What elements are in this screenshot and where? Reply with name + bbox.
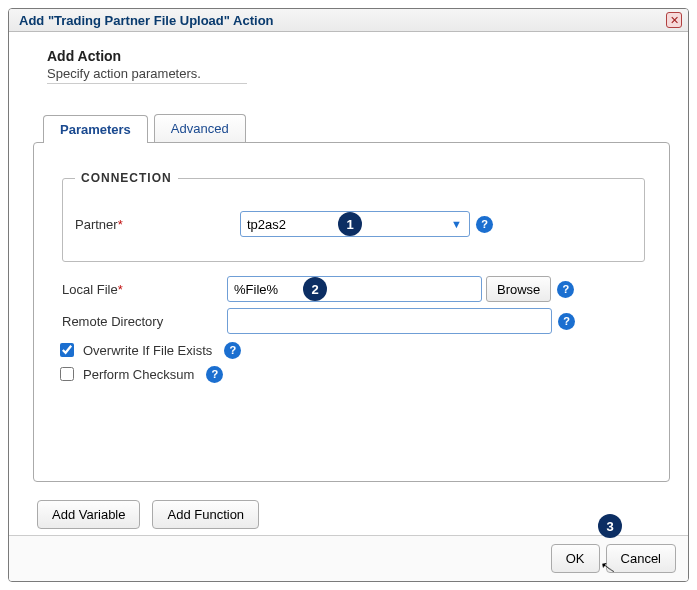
overwrite-checkbox[interactable]	[60, 343, 74, 357]
checksum-row: Perform Checksum ?	[56, 364, 655, 384]
partner-select[interactable]: tp2as2	[240, 211, 470, 237]
partner-select-wrap: tp2as2 ▼ 1	[240, 211, 470, 237]
tab-advanced[interactable]: Advanced	[154, 114, 246, 142]
tab-panel-parameters: CONNECTION Partner* tp2as2 ▼ 1 ?	[33, 142, 670, 482]
add-action-subtitle: Specify action parameters.	[47, 66, 670, 81]
dialog-footer: 3 OK Cancel ⭦	[9, 535, 688, 581]
browse-button[interactable]: Browse	[486, 276, 551, 302]
local-file-row: Local File* 2 Browse ?	[62, 276, 655, 302]
overwrite-row: Overwrite If File Exists ?	[56, 340, 655, 360]
help-icon[interactable]: ?	[476, 216, 493, 233]
remote-dir-row: Remote Directory ?	[62, 308, 655, 334]
remote-dir-label: Remote Directory	[62, 314, 227, 329]
add-action-title: Add Action	[47, 48, 670, 64]
partner-row: Partner* tp2as2 ▼ 1 ?	[75, 211, 632, 237]
help-icon[interactable]: ?	[206, 366, 223, 383]
partner-label: Partner*	[75, 217, 240, 232]
add-variable-button[interactable]: Add Variable	[37, 500, 140, 529]
tab-row: Parameters Advanced	[43, 114, 670, 142]
help-icon[interactable]: ?	[557, 281, 574, 298]
local-file-label: Local File*	[62, 282, 227, 297]
close-icon[interactable]: ✕	[666, 12, 682, 28]
local-file-wrap: 2	[227, 276, 482, 302]
add-function-button[interactable]: Add Function	[152, 500, 259, 529]
overwrite-label: Overwrite If File Exists	[83, 343, 212, 358]
dialog-body: Add Action Specify action parameters. Pa…	[9, 32, 688, 535]
checksum-label: Perform Checksum	[83, 367, 194, 382]
connection-fieldset: CONNECTION Partner* tp2as2 ▼ 1 ?	[62, 171, 645, 262]
ok-button[interactable]: OK	[551, 544, 600, 573]
dialog-title: Add "Trading Partner File Upload" Action	[19, 13, 274, 28]
remote-dir-input[interactable]	[227, 308, 552, 334]
help-icon[interactable]: ?	[224, 342, 241, 359]
tab-parameters[interactable]: Parameters	[43, 115, 148, 143]
dialog: Add "Trading Partner File Upload" Action…	[8, 8, 689, 582]
checkbox-group: Overwrite If File Exists ? Perform Check…	[56, 340, 655, 384]
dialog-header: Add "Trading Partner File Upload" Action…	[9, 9, 688, 32]
checksum-checkbox[interactable]	[60, 367, 74, 381]
local-file-input[interactable]	[227, 276, 482, 302]
help-icon[interactable]: ?	[558, 313, 575, 330]
cancel-button[interactable]: Cancel	[606, 544, 676, 573]
divider	[47, 83, 247, 84]
tabs: Parameters Advanced CONNECTION Partner* …	[33, 114, 670, 482]
connection-legend: CONNECTION	[75, 171, 178, 185]
footer-left: Add Variable Add Function	[37, 500, 670, 529]
